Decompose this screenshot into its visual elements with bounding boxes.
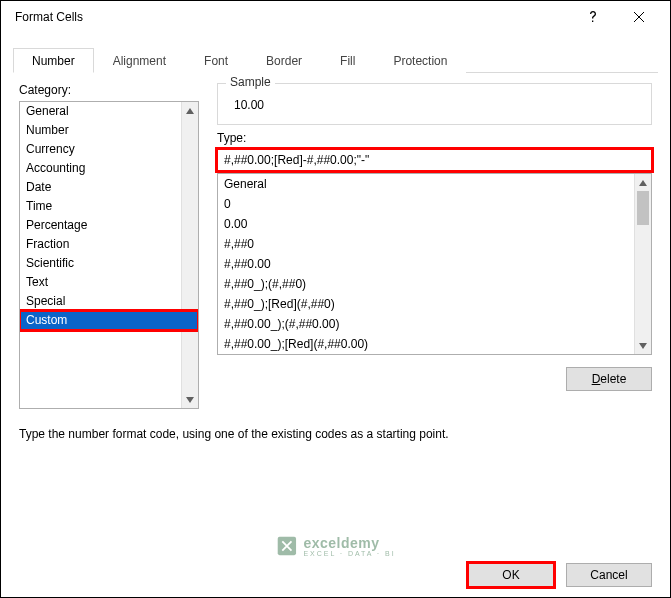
format-list-item[interactable]: 0 bbox=[218, 194, 651, 214]
category-item[interactable]: Scientific bbox=[20, 254, 198, 273]
tab-border[interactable]: Border bbox=[247, 48, 321, 73]
category-item[interactable]: General bbox=[20, 102, 198, 121]
format-list-item[interactable]: General bbox=[218, 174, 651, 194]
category-item[interactable]: Percentage bbox=[20, 216, 198, 235]
titlebar: Format Cells bbox=[1, 1, 670, 33]
category-item[interactable]: Number bbox=[20, 121, 198, 140]
ok-button[interactable]: OK bbox=[468, 563, 554, 587]
window-title: Format Cells bbox=[9, 10, 83, 24]
category-item[interactable]: Text bbox=[20, 273, 198, 292]
format-list-item[interactable]: 0.00 bbox=[218, 214, 651, 234]
format-list-item[interactable]: #,##0 bbox=[218, 234, 651, 254]
tab-content: Category: GeneralNumberCurrencyAccountin… bbox=[1, 73, 670, 597]
tab-font[interactable]: Font bbox=[185, 48, 247, 73]
cancel-button[interactable]: Cancel bbox=[566, 563, 652, 587]
type-label: Type: bbox=[217, 131, 652, 145]
format-list-item[interactable]: #,##0.00_);[Red](#,##0.00) bbox=[218, 334, 651, 354]
close-button[interactable] bbox=[616, 1, 662, 33]
format-list-item[interactable]: #,##0.00_);(#,##0.00) bbox=[218, 314, 651, 334]
category-item[interactable]: Date bbox=[20, 178, 198, 197]
sample-group: Sample 10.00 bbox=[217, 83, 652, 125]
category-item[interactable]: Special bbox=[20, 292, 198, 311]
scroll-down-icon[interactable] bbox=[182, 391, 198, 408]
tab-alignment[interactable]: Alignment bbox=[94, 48, 185, 73]
help-text: Type the number format code, using one o… bbox=[19, 427, 652, 441]
format-list-item[interactable]: #,##0_);[Red](#,##0) bbox=[218, 294, 651, 314]
tab-strip: Number Alignment Font Border Fill Protec… bbox=[13, 47, 658, 73]
sample-legend: Sample bbox=[226, 75, 275, 89]
category-item[interactable]: Custom bbox=[20, 311, 198, 330]
format-list-item[interactable]: #,##0.00 bbox=[218, 254, 651, 274]
scroll-down-icon[interactable] bbox=[635, 337, 651, 354]
category-scrollbar[interactable] bbox=[181, 102, 198, 408]
format-list-scrollbar[interactable] bbox=[634, 174, 651, 354]
format-list[interactable]: General00.00#,##0#,##0.00#,##0_);(#,##0)… bbox=[217, 173, 652, 355]
category-item[interactable]: Time bbox=[20, 197, 198, 216]
help-button[interactable] bbox=[570, 1, 616, 33]
category-item[interactable]: Currency bbox=[20, 140, 198, 159]
question-icon bbox=[588, 10, 598, 24]
format-list-item[interactable]: #,##0_);(#,##0) bbox=[218, 274, 651, 294]
scroll-up-icon[interactable] bbox=[635, 174, 651, 191]
category-listbox[interactable]: GeneralNumberCurrencyAccountingDateTimeP… bbox=[19, 101, 199, 409]
scrollbar-thumb[interactable] bbox=[637, 191, 649, 225]
category-label: Category: bbox=[19, 83, 199, 97]
tab-fill[interactable]: Fill bbox=[321, 48, 374, 73]
category-item[interactable]: Fraction bbox=[20, 235, 198, 254]
sample-value: 10.00 bbox=[228, 94, 641, 112]
tab-number[interactable]: Number bbox=[13, 48, 94, 73]
close-icon bbox=[633, 11, 645, 23]
tab-protection[interactable]: Protection bbox=[374, 48, 466, 73]
scroll-up-icon[interactable] bbox=[182, 102, 198, 119]
category-item[interactable]: Accounting bbox=[20, 159, 198, 178]
format-list-item[interactable]: $#,##0_);($#,##0) bbox=[218, 354, 651, 355]
dialog-buttons: OK Cancel bbox=[1, 563, 670, 587]
delete-button[interactable]: Delete bbox=[566, 367, 652, 391]
type-input[interactable] bbox=[217, 149, 652, 171]
format-cells-dialog: Format Cells Number Alignment Font Borde… bbox=[0, 0, 671, 598]
